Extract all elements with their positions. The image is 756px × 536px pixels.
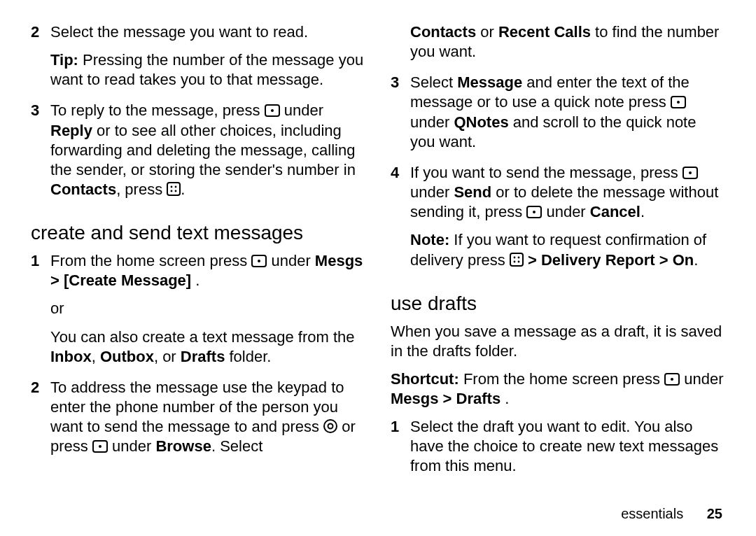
heading-use-drafts: use drafts (391, 291, 725, 316)
svg-point-21 (517, 256, 519, 258)
step-number: 1 (391, 417, 410, 484)
step-4r: 4 If you want to send the message, press… (391, 163, 725, 278)
text: Contacts or Recent Calls to find the num… (410, 22, 725, 62)
text: From the home screen press under Mesgs >… (50, 251, 365, 290)
step-2b: 2 To address the message use the keypad … (31, 378, 365, 457)
step-number: 2 (31, 22, 50, 98)
softkey-dot-icon (251, 255, 267, 267)
text: Select the draft you want to edit. You a… (410, 417, 725, 476)
text: Select Message and enter the text of the… (410, 73, 725, 152)
continuation: Contacts or Recent Calls to find the num… (391, 22, 725, 70)
step-3: 3 To reply to the message, press under R… (31, 101, 365, 208)
svg-point-25 (671, 378, 673, 381)
text: To address the message use the keypad to… (50, 378, 365, 457)
svg-rect-19 (510, 253, 523, 266)
shortcut-text: Shortcut: From the home screen press und… (391, 369, 725, 409)
page-number: 25 (707, 506, 722, 521)
svg-point-18 (533, 211, 536, 213)
step-body: Select Message and enter the text of the… (410, 73, 725, 160)
softkey-dot-icon (671, 96, 686, 108)
svg-point-20 (513, 256, 515, 258)
step-body: To reply to the message, press under Rep… (50, 101, 365, 208)
softkey-dot-icon (92, 440, 108, 453)
step-body: From the home screen press under Mesgs >… (50, 251, 365, 375)
step-number-blank (391, 22, 410, 70)
page-footer: essentials 25 (621, 505, 722, 523)
step-1: 1 From the home screen press under Mesgs… (31, 251, 365, 375)
paragraph: When you save a message as a draft, it i… (391, 322, 725, 409)
softkey-dot-icon (682, 167, 698, 179)
text: To reply to the message, press under Rep… (50, 101, 365, 199)
text: Select the message you want to read. (50, 22, 365, 42)
heading-create-send: create and send text messages (31, 220, 365, 246)
svg-point-4 (175, 186, 177, 188)
step-number: 1 (31, 251, 50, 375)
svg-point-16 (689, 171, 692, 174)
step-body: Contacts or Recent Calls to find the num… (410, 22, 725, 70)
note-text: Note: If you want to request confirmatio… (410, 230, 725, 269)
svg-point-23 (517, 260, 519, 262)
manual-page: 2 Select the message you want to read. T… (0, 0, 756, 536)
step-1r: 1 Select the draft you want to edit. You… (391, 417, 725, 484)
ok-circle-icon (323, 419, 337, 433)
step-number: 4 (391, 163, 410, 278)
menu-grid-icon (167, 182, 181, 196)
step-body: If you want to send the message, press u… (410, 163, 725, 278)
step-number: 2 (31, 378, 50, 457)
svg-point-12 (99, 445, 102, 448)
text: When you save a message as a draft, it i… (391, 322, 725, 361)
softkey-dot-icon (526, 206, 542, 218)
svg-point-3 (171, 186, 173, 188)
text: You can also create a text message from … (50, 327, 365, 367)
step-2: 2 Select the message you want to read. T… (31, 22, 365, 98)
text: If you want to send the message, press u… (410, 163, 725, 222)
tip-text: Tip: Pressing the number of the message … (50, 50, 365, 90)
svg-point-5 (171, 190, 173, 192)
step-3r: 3 Select Message and enter the text of t… (391, 73, 725, 160)
text: or (50, 299, 365, 318)
left-column: 2 Select the message you want to read. T… (31, 20, 365, 536)
svg-point-14 (677, 101, 680, 104)
step-number: 3 (391, 73, 410, 160)
svg-point-10 (328, 424, 333, 429)
menu-grid-icon (510, 253, 524, 267)
svg-point-8 (258, 260, 260, 262)
step-body: To address the message use the keypad to… (50, 378, 365, 457)
section-label: essentials (621, 506, 683, 521)
svg-point-1 (271, 109, 274, 112)
right-column: Contacts or Recent Calls to find the num… (391, 20, 725, 536)
svg-point-9 (324, 420, 337, 432)
softkey-dot-icon (265, 104, 280, 117)
svg-point-22 (513, 260, 515, 262)
step-body: Select the draft you want to edit. You a… (410, 417, 725, 484)
step-body: Select the message you want to read. Tip… (50, 22, 365, 98)
svg-point-6 (175, 190, 177, 192)
svg-rect-2 (167, 183, 180, 195)
step-number: 3 (31, 101, 50, 208)
softkey-dot-icon (664, 373, 680, 386)
